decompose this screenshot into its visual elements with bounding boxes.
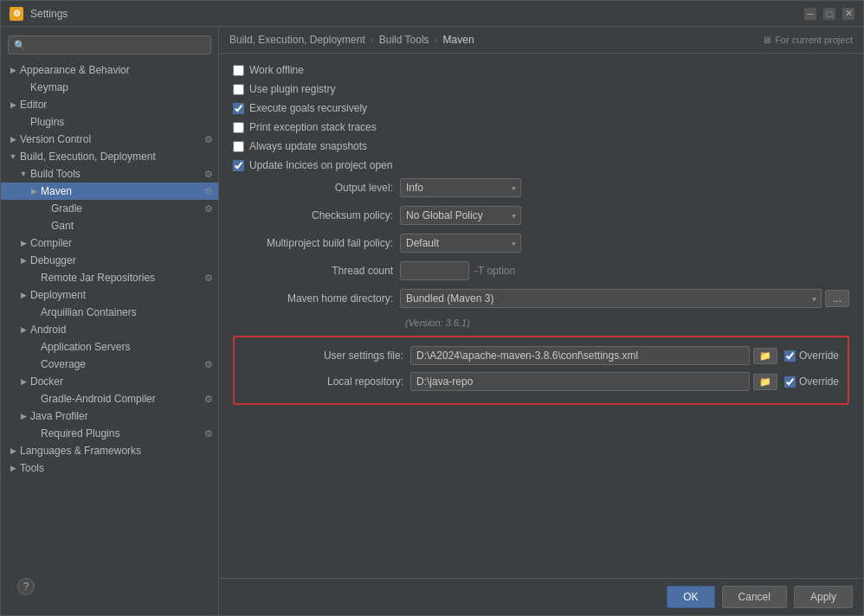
arrow-icon: ▶ xyxy=(8,134,18,144)
always-update-row: Always update snapshots xyxy=(233,140,849,152)
maven-home-browse-button[interactable]: ... xyxy=(825,290,849,307)
sidebar-item-compiler[interactable]: ▶ Compiler xyxy=(1,234,218,252)
sidebar-item-java-profiler[interactable]: ▶ Java Profiler xyxy=(1,407,218,425)
breadcrumb-sep2: › xyxy=(435,34,438,46)
sidebar-item-maven[interactable]: ▶ Maven ⚙ xyxy=(1,183,218,200)
settings-content: Work offline Use plugin registry Execute… xyxy=(219,54,863,578)
local-repo-override: Override xyxy=(784,375,839,388)
sidebar-item-gradle[interactable]: Gradle ⚙ xyxy=(1,200,218,217)
sidebar: 🔍 ▶ Appearance & Behavior Keymap ▶ Edito… xyxy=(1,27,219,615)
t-option-label: -T option xyxy=(474,265,515,277)
breadcrumb-sep1: › xyxy=(371,34,374,46)
bottom-bar: OK Cancel Apply xyxy=(219,578,863,615)
user-settings-browse-button[interactable]: 📁 xyxy=(753,348,777,364)
sidebar-item-coverage[interactable]: Coverage ⚙ xyxy=(1,356,218,373)
sidebar-item-plugins[interactable]: Plugins xyxy=(1,113,218,131)
for-project-label: For current project xyxy=(775,35,853,45)
maven-home-select-wrap: Bundled (Maven 3) xyxy=(400,289,822,308)
checksum-policy-select[interactable]: No Global Policy Fail Warn Ignore xyxy=(400,206,521,225)
sidebar-item-build-exec[interactable]: ▼ Build, Execution, Deployment xyxy=(1,148,218,165)
config-icon: ⚙ xyxy=(203,427,215,440)
sidebar-item-gradle-android[interactable]: Gradle-Android Compiler ⚙ xyxy=(1,390,218,407)
sidebar-item-required-plugins[interactable]: Required Plugins ⚙ xyxy=(1,425,218,442)
sidebar-item-remote-jar[interactable]: Remote Jar Repositories ⚙ xyxy=(1,269,218,286)
print-exception-checkbox[interactable] xyxy=(233,122,244,133)
sidebar-item-gant[interactable]: Gant xyxy=(1,217,218,234)
checksum-policy-control: No Global Policy Fail Warn Ignore xyxy=(400,206,849,225)
user-settings-override: Override xyxy=(784,350,839,362)
minimize-button[interactable]: ─ xyxy=(804,8,816,20)
arrow-icon: ▶ xyxy=(8,446,18,456)
apply-button[interactable]: Apply xyxy=(794,586,853,608)
sidebar-item-arquillian[interactable]: Arquillian Containers xyxy=(1,304,218,321)
right-panel: Build, Execution, Deployment › Build Too… xyxy=(219,27,863,615)
sidebar-item-android[interactable]: ▶ Android xyxy=(1,321,218,338)
work-offline-label: Work offline xyxy=(249,64,304,76)
help-button[interactable]: ? xyxy=(17,578,35,595)
output-level-select[interactable]: Info Debug Warn Error xyxy=(400,178,521,197)
print-exception-label: Print exception stack traces xyxy=(249,121,377,133)
arrow-icon: ▶ xyxy=(29,186,39,196)
sidebar-item-docker[interactable]: ▶ Docker xyxy=(1,373,218,390)
search-icon: 🔍 xyxy=(14,40,26,51)
execute-goals-row: Execute goals recursively xyxy=(233,102,849,114)
sidebar-item-appearance[interactable]: ▶ Appearance & Behavior xyxy=(1,61,218,79)
config-icon: ⚙ xyxy=(203,358,215,370)
sidebar-item-tools[interactable]: ▶ Tools xyxy=(1,459,218,477)
update-indices-checkbox[interactable] xyxy=(233,160,244,171)
local-repo-override-checkbox[interactable] xyxy=(784,376,796,388)
arrow-icon: ▶ xyxy=(8,463,18,473)
maven-home-label: Maven home directory: xyxy=(233,292,393,305)
arrow-icon: ▶ xyxy=(18,238,29,248)
sidebar-item-build-tools[interactable]: ▼ Build Tools ⚙ xyxy=(1,165,218,183)
sidebar-item-debugger[interactable]: ▶ Debugger xyxy=(1,252,218,269)
maven-home-control: Bundled (Maven 3) ... xyxy=(400,289,849,308)
local-repo-browse-button[interactable]: 📁 xyxy=(753,374,777,390)
sidebar-item-keymap[interactable]: Keymap xyxy=(1,79,218,96)
titlebar: ⚙ Settings ─ □ ✕ xyxy=(1,1,863,27)
arrow-icon: ▶ xyxy=(18,290,29,300)
arrow-icon: ▶ xyxy=(18,324,29,335)
breadcrumb-current: Maven xyxy=(443,34,474,46)
maximize-button[interactable]: □ xyxy=(823,8,835,20)
work-offline-checkbox[interactable] xyxy=(233,65,244,76)
user-settings-override-checkbox[interactable] xyxy=(784,350,796,362)
multiproject-fail-select[interactable]: Default Fail At End Fail Fast Never Fail xyxy=(400,234,521,253)
execute-goals-checkbox[interactable] xyxy=(233,103,244,114)
user-settings-input[interactable] xyxy=(410,346,750,365)
sidebar-item-languages[interactable]: ▶ Languages & Frameworks xyxy=(1,442,218,459)
local-repo-input[interactable] xyxy=(410,372,750,391)
always-update-checkbox[interactable] xyxy=(233,141,244,152)
use-plugin-registry-row: Use plugin registry xyxy=(233,83,849,95)
arrow-icon: ▼ xyxy=(8,151,18,162)
work-offline-row: Work offline xyxy=(233,64,849,76)
search-input[interactable] xyxy=(29,39,205,51)
thread-count-input[interactable] xyxy=(400,261,469,280)
multiproject-fail-control: Default Fail At End Fail Fast Never Fail xyxy=(400,234,849,253)
sidebar-item-deployment[interactable]: ▶ Deployment xyxy=(1,286,218,304)
close-button[interactable]: ✕ xyxy=(842,8,854,20)
ok-button[interactable]: OK xyxy=(667,586,714,608)
arrow-icon: ▼ xyxy=(18,169,29,179)
local-repo-row: Local repository: 📁 Override xyxy=(243,372,839,391)
highlighted-section: User settings file: 📁 Override Local rep… xyxy=(233,336,849,405)
thread-count-label: Thread count xyxy=(233,265,393,277)
maven-home-select[interactable]: Bundled (Maven 3) xyxy=(400,289,822,308)
sidebar-item-editor[interactable]: ▶ Editor xyxy=(1,96,218,113)
always-update-label: Always update snapshots xyxy=(249,140,367,152)
output-level-label: Output level: xyxy=(233,182,393,194)
cancel-button[interactable]: Cancel xyxy=(722,586,787,608)
config-icon: ⚙ xyxy=(203,185,215,197)
config-icon: ⚙ xyxy=(203,272,215,284)
config-icon: ⚙ xyxy=(203,133,215,145)
version-hint: (Version: 3.6.1) xyxy=(402,318,470,328)
local-repo-override-label: Override xyxy=(799,375,839,388)
sidebar-item-app-servers[interactable]: Application Servers xyxy=(1,338,218,356)
search-box[interactable]: 🔍 xyxy=(8,35,211,55)
config-icon: ⚙ xyxy=(203,202,215,215)
output-level-select-wrap: Info Debug Warn Error xyxy=(400,178,521,197)
use-plugin-registry-checkbox[interactable] xyxy=(233,84,244,95)
maven-home-row: Maven home directory: Bundled (Maven 3) … xyxy=(233,289,849,308)
sidebar-item-version-control[interactable]: ▶ Version Control ⚙ xyxy=(1,131,218,148)
arrow-icon: ▶ xyxy=(18,376,29,387)
